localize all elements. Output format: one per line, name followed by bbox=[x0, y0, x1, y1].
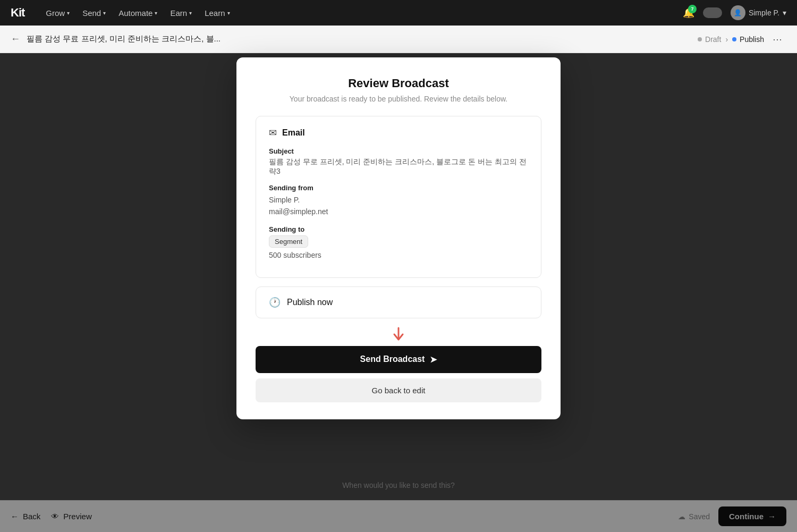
email-icon: ✉ bbox=[269, 127, 277, 139]
nav-earn-label: Earn bbox=[170, 9, 187, 18]
main-area: Review Broadcast Your broadcast is ready… bbox=[0, 53, 797, 532]
modal-subtitle: Your broadcast is ready to be published.… bbox=[256, 95, 541, 103]
arrow-right-icon: › bbox=[725, 35, 728, 44]
sending-to-field: Sending to Segment 500 subscribers bbox=[269, 225, 528, 259]
chevron-down-icon: ▾ bbox=[155, 10, 157, 16]
send-broadcast-label: Send Broadcast bbox=[360, 354, 425, 364]
more-options-button[interactable]: ⋯ bbox=[768, 31, 786, 47]
draft-label: Draft bbox=[705, 35, 721, 44]
avatar: 👤 bbox=[731, 5, 745, 20]
arrow-down-icon bbox=[390, 327, 407, 344]
notification-badge: 7 bbox=[688, 5, 697, 13]
sender-email: mail@simplep.net bbox=[269, 206, 528, 217]
page-title: 필름 감성 무료 프리셋, 미리 준비하는 크리스마스, 블... bbox=[27, 34, 221, 44]
nav-grow-label: Grow bbox=[46, 9, 65, 18]
email-card-header: ✉ Email bbox=[269, 127, 528, 139]
sending-to-label: Sending to bbox=[269, 225, 528, 233]
toggle-switch[interactable] bbox=[703, 7, 722, 18]
subject-field: Subject 필름 감성 무로 프리셋, 미리 준비하는 크리스마스, 블로그… bbox=[269, 147, 528, 176]
send-broadcast-button[interactable]: Send Broadcast ➤ bbox=[256, 346, 541, 373]
topnav-right: 🔔 7 👤 Simple P. ▾ bbox=[683, 5, 786, 20]
logo: Kit bbox=[11, 6, 24, 20]
sender-name: Simple P. bbox=[269, 194, 528, 206]
notification-button[interactable]: 🔔 7 bbox=[683, 7, 694, 19]
nav-grow[interactable]: Grow ▾ bbox=[46, 9, 70, 18]
nav-automate[interactable]: Automate ▾ bbox=[118, 9, 157, 18]
nav-learn[interactable]: Learn ▾ bbox=[205, 9, 230, 18]
draft-dot-icon bbox=[698, 37, 702, 41]
user-menu-button[interactable]: 👤 Simple P. ▾ bbox=[731, 5, 786, 20]
top-navigation: Kit Grow ▾ Send ▾ Automate ▾ Earn ▾ Lear… bbox=[0, 0, 797, 26]
subscribers-count: 500 subscribers bbox=[269, 251, 528, 259]
chevron-down-icon: ▾ bbox=[67, 10, 70, 16]
publish-now-card[interactable]: 🕐 Publish now bbox=[256, 286, 541, 318]
back-button[interactable]: ← bbox=[11, 33, 20, 45]
chevron-down-icon: ▾ bbox=[783, 9, 786, 17]
sending-from-label: Sending from bbox=[269, 184, 528, 192]
publish-now-label: Publish now bbox=[287, 298, 333, 307]
chevron-down-icon: ▾ bbox=[227, 10, 230, 16]
publish-label: Publish bbox=[740, 35, 764, 44]
nav-learn-label: Learn bbox=[205, 9, 225, 18]
status-publish: Publish bbox=[732, 35, 764, 44]
chevron-down-icon: ▾ bbox=[103, 10, 106, 16]
arrow-indicator bbox=[256, 327, 541, 344]
chevron-down-icon: ▾ bbox=[189, 10, 192, 16]
subject-value: 필름 감성 무로 프리셋, 미리 준비하는 크리스마스, 블로그로 돈 버는 최… bbox=[269, 157, 528, 176]
send-icon: ➤ bbox=[430, 354, 437, 365]
subheader: ← 필름 감성 무료 프리셋, 미리 준비하는 크리스마스, 블... Draf… bbox=[0, 26, 797, 53]
nav-automate-label: Automate bbox=[118, 9, 152, 18]
email-label: Email bbox=[282, 128, 305, 138]
nav-send[interactable]: Send ▾ bbox=[82, 9, 106, 18]
segment-badge: Segment bbox=[269, 235, 308, 248]
modal-overlay: Review Broadcast Your broadcast is ready… bbox=[0, 53, 797, 532]
go-back-label: Go back to edit bbox=[372, 386, 426, 395]
email-card: ✉ Email Subject 필름 감성 무로 프리셋, 미리 준비하는 크리… bbox=[256, 116, 541, 278]
subheader-right: Draft › Publish ⋯ bbox=[698, 31, 786, 47]
review-broadcast-modal: Review Broadcast Your broadcast is ready… bbox=[236, 57, 561, 419]
publish-dot-icon bbox=[732, 37, 736, 41]
user-name: Simple P. bbox=[749, 9, 779, 17]
sending-from-field: Sending from Simple P. mail@simplep.net bbox=[269, 184, 528, 218]
go-back-to-edit-button[interactable]: Go back to edit bbox=[256, 378, 541, 402]
subject-label: Subject bbox=[269, 147, 528, 155]
status-draft: Draft bbox=[698, 35, 721, 44]
clock-icon: 🕐 bbox=[269, 297, 281, 308]
nav-earn[interactable]: Earn ▾ bbox=[170, 9, 192, 18]
modal-title: Review Broadcast bbox=[256, 77, 541, 90]
nav-send-label: Send bbox=[82, 9, 101, 18]
